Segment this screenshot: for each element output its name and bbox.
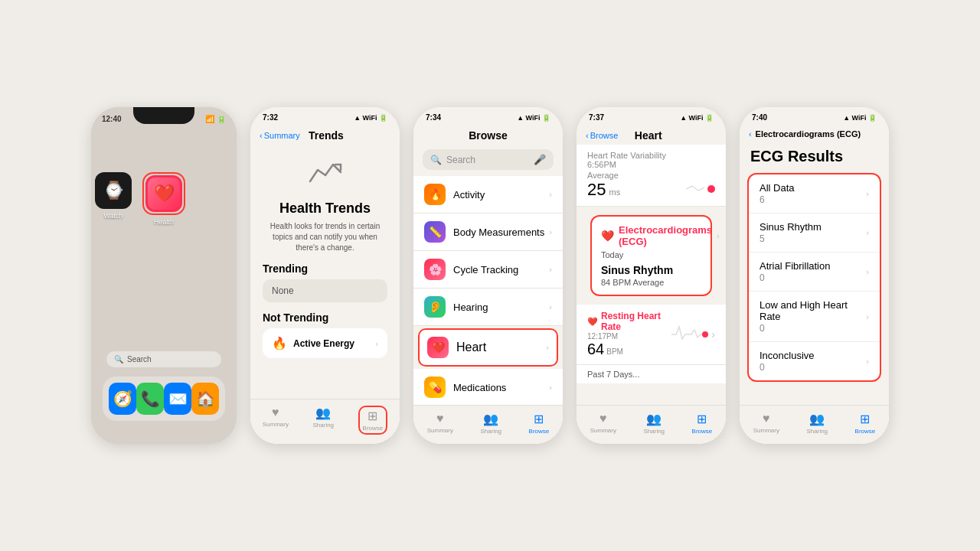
ecg-results-screen: 7:40 ▲ WiFi 🔋 ‹ Electrocardiograms (ECG)… (740, 107, 889, 444)
ecg-result-low-high-count: 0 (760, 323, 866, 334)
ecg-subtitle: Today (601, 250, 701, 259)
nav-back-btn-4[interactable]: ‹ Browse (586, 131, 618, 140)
none-pill: None (263, 279, 387, 302)
search-icon: 🔍 (114, 355, 123, 364)
health-app-label: Health (154, 218, 174, 226)
tab-browse-4[interactable]: ⊞ Browse (692, 412, 713, 435)
tab-browse-2[interactable]: ⊞ Browse (358, 406, 388, 435)
status-bar-2: 7:32 ▲ WiFi 🔋 (250, 107, 400, 125)
heart-content: Heart Rate Variability 6:56PM Average 25… (577, 145, 726, 405)
variability-section: Heart Rate Variability 6:56PM Average 25… (577, 145, 726, 207)
summary-label-5: Summary (753, 427, 779, 434)
phone-dock-icon[interactable]: 📞 (136, 383, 164, 415)
summary-icon-4: ♥ (599, 412, 607, 425)
ecg-result-low-high[interactable]: Low and High Heart Rate 0 › (749, 292, 880, 342)
status-bar-4: 7:37 ▲ WiFi 🔋 (577, 107, 726, 125)
ecg-result-sinus-info: Sinus Rhythm 5 (760, 221, 866, 244)
heart-chevron: › (546, 343, 549, 352)
trending-label: Trending (263, 262, 387, 275)
tab-sharing-5[interactable]: 👥 Sharing (806, 412, 828, 435)
tab-summary-4[interactable]: ♥ Summary (590, 412, 616, 435)
status-bar-3: 7:34 ▲ WiFi 🔋 (413, 107, 563, 125)
tab-sharing-3[interactable]: 👥 Sharing (480, 412, 501, 435)
chevron-left-icon-4: ‹ (586, 131, 589, 140)
search-placeholder: Search (127, 355, 152, 364)
browse-item-activity[interactable]: 🔥 Activity › (413, 176, 563, 214)
ecg-card-header: ❤️ Electrocardiograms (ECG) › (601, 224, 701, 247)
tab-browse-5[interactable]: ⊞ Browse (855, 412, 876, 435)
nav-back-btn-5[interactable]: ‹ (749, 129, 752, 139)
phone-4-heart: 7:37 ▲ WiFi 🔋 ‹ Browse Heart Heart Rate … (577, 107, 726, 444)
body-label: Body Measurements (453, 227, 544, 238)
activity-label: Activity (453, 189, 485, 201)
browse-item-cycle[interactable]: 🌸 Cycle Tracking › (413, 251, 563, 289)
dock: 🧭 📞 ✉️ 🏠 (103, 377, 225, 421)
mail-dock-icon[interactable]: ✉️ (164, 383, 191, 415)
browse-tab-label: Browse (363, 425, 384, 432)
home-dock-icon[interactable]: 🏠 (191, 383, 219, 415)
active-energy-label: Active Energy (293, 338, 354, 349)
variability-time: 6:56PM (587, 160, 715, 169)
health-app-icon[interactable]: ❤️ (145, 175, 182, 212)
status-bar-5: 7:40 ▲ WiFi 🔋 (740, 107, 889, 125)
bottom-tab-bar-2: ♥ Summary 👥 Sharing ⊞ Browse (250, 399, 400, 444)
sharing-icon-5: 👥 (809, 412, 825, 426)
ecg-sinus: Sinus Rhythm (601, 264, 701, 276)
resting-hr-header: ❤️ Resting Heart Rate (587, 311, 670, 332)
browse-item-body[interactable]: 📏 Body Measurements › (413, 214, 563, 251)
health-app-wrapper[interactable]: ❤️ Health (145, 172, 183, 226)
tab-summary-5[interactable]: ♥ Summary (753, 412, 779, 435)
nav-back-btn-2[interactable]: ‹ Summary (260, 131, 300, 140)
tab-sharing-2[interactable]: 👥 Sharing (312, 406, 334, 435)
ecg-result-inconclusive-name: Inconclusive (760, 350, 866, 361)
ecg-chevron: › (717, 231, 720, 240)
ecg-card[interactable]: ❤️ Electrocardiograms (ECG) › Today Sinu… (590, 215, 712, 296)
resting-hr-value: 64 (587, 341, 604, 358)
sharing-tab-label: Sharing (312, 422, 334, 429)
browse-item-meds[interactable]: 💊 Medications › (413, 369, 563, 405)
sinus-chevron: › (866, 228, 869, 237)
phone-3-browse: 7:34 ▲ WiFi 🔋 Browse 🔍 Search 🎤 🔥 Activi… (413, 107, 563, 444)
browse-item-heart[interactable]: ❤️ Heart › (418, 328, 558, 367)
nav-title-4: Heart (635, 129, 662, 142)
resting-hr-value-row: 64 BPM (587, 341, 670, 358)
ecg-results-box: All Data 6 › Sinus Rhythm 5 › Atri (747, 173, 881, 382)
safari-dock-icon[interactable]: 🧭 (109, 383, 136, 415)
browse-label-3: Browse (529, 428, 550, 435)
tab-sharing-4[interactable]: 👥 Sharing (643, 412, 665, 435)
ecg-result-sinus-name: Sinus Rhythm (760, 221, 866, 233)
tab-summary-3[interactable]: ♥ Summary (427, 412, 453, 435)
health-trends-desc: Health looks for trends in certain topic… (263, 221, 387, 253)
ecg-result-sinus[interactable]: Sinus Rhythm 5 › (749, 214, 880, 253)
body-chevron: › (549, 227, 552, 236)
active-energy-card[interactable]: 🔥 Active Energy › (263, 328, 387, 358)
variability-row: Average (587, 171, 715, 180)
sharing-label-5: Sharing (806, 428, 828, 435)
all-data-chevron: › (866, 189, 869, 198)
activity-icon: 🔥 (424, 184, 446, 205)
sharing-icon-4: 👥 (646, 412, 662, 426)
watch-app-wrapper[interactable]: ⌚ Watch (94, 172, 132, 226)
summary-label-4: Summary (590, 427, 616, 434)
ecg-result-inconclusive[interactable]: Inconclusive 0 › (749, 342, 880, 380)
home-search-bar[interactable]: 🔍 Search (106, 351, 221, 367)
home-screen: 12:40 📶 🔋 ⌚ Watch ❤️ Health (91, 107, 237, 444)
ecg-result-all-data[interactable]: All Data 6 › (749, 174, 880, 214)
screenshots-container: 12:40 📶 🔋 ⌚ Watch ❤️ Health (76, 92, 904, 459)
nav-title-2: Trends (309, 129, 344, 142)
variability-value-row: 25 ms (587, 180, 715, 200)
ecg-result-afib[interactable]: Atrial Fibrillation 0 › (749, 253, 880, 292)
ecg-result-inconclusive-info: Inconclusive 0 (760, 350, 866, 373)
tab-summary-2[interactable]: ♥ Summary (263, 406, 289, 435)
resting-hr-row[interactable]: ❤️ Resting Heart Rate 12:17PM 64 BPM (577, 305, 726, 365)
ecg-heart-icon: ❤️ (601, 230, 614, 242)
mic-icon[interactable]: 🎤 (534, 154, 546, 165)
tab-browse-3[interactable]: ⊞ Browse (529, 412, 550, 435)
browse-screen: 7:34 ▲ WiFi 🔋 Browse 🔍 Search 🎤 🔥 Activi… (413, 107, 563, 444)
watch-app-icon[interactable]: ⌚ (95, 172, 132, 209)
browse-item-hearing[interactable]: 👂 Hearing › (413, 289, 563, 326)
search-bar-3[interactable]: 🔍 Search 🎤 (423, 149, 554, 170)
status-time-2: 7:32 (263, 113, 278, 122)
status-icons-2: ▲ WiFi 🔋 (354, 114, 387, 122)
meds-icon: 💊 (424, 377, 446, 398)
